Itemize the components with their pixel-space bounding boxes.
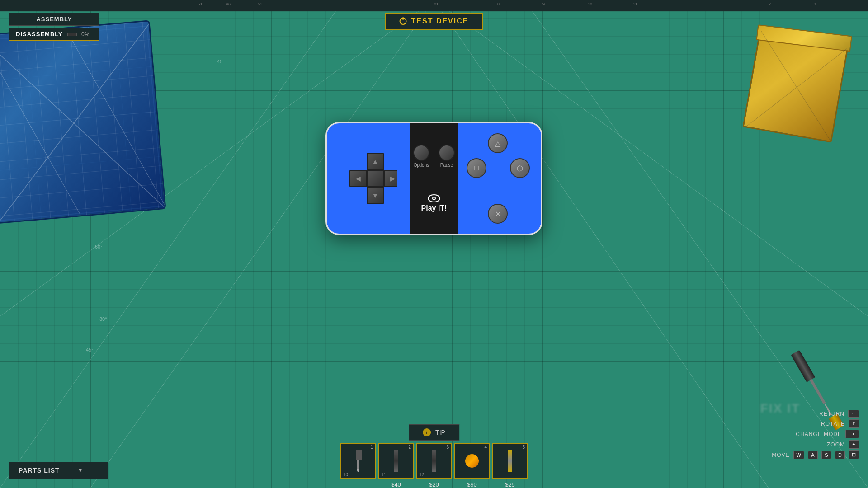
rotate-key: ⇧	[849, 419, 859, 428]
tool-icon-3	[432, 450, 436, 472]
tool-slots: 1 10 2 11 $40 3 12 $20 4 $90 5 $25	[340, 443, 528, 479]
slot-1-count: 10	[343, 472, 348, 477]
move-key-extra: ⊞	[849, 450, 859, 459]
controller-right-panel: △ □ ⬡ ✕	[462, 123, 541, 234]
tip-bar: i TIP	[409, 424, 459, 441]
rotate-control: ROTATE ⇧	[772, 419, 859, 428]
assembly-button[interactable]: ASSEMBLY	[9, 13, 99, 26]
slot-2-number: 2	[408, 445, 411, 450]
svg-line-18	[115, 24, 132, 213]
tool-slot-5[interactable]: 5 $25	[492, 443, 528, 479]
pause-button[interactable]: Pause	[439, 145, 455, 168]
dpad-up[interactable]: ▲	[367, 153, 384, 170]
play-it-label: Play IT!	[421, 204, 447, 212]
tool-slot-1[interactable]: 1 10	[340, 443, 376, 479]
tool-icon-5	[508, 450, 512, 472]
svg-line-9	[0, 21, 165, 222]
controller-center-panel: Options Pause Play IT!	[397, 123, 471, 234]
square-button[interactable]: □	[467, 158, 486, 178]
svg-line-14	[0, 111, 159, 126]
tool-icon-2	[394, 450, 398, 472]
options-button[interactable]: Options	[413, 145, 429, 168]
svg-line-8	[0, 21, 165, 222]
slot-2-price: $40	[391, 481, 401, 488]
ruler-top: // Numbers will be placed via SVG text -…	[0, 0, 868, 11]
tool-slot-3[interactable]: 3 12 $20	[416, 443, 452, 479]
angle-marker-45-top: 45°	[217, 59, 225, 64]
slot-3-count: 12	[419, 472, 424, 477]
parts-list-label: PARTS LIST	[19, 467, 60, 474]
svg-line-16	[25, 32, 42, 221]
tool-slot-2[interactable]: 2 11 $40	[378, 443, 414, 479]
move-key-w: W	[793, 451, 804, 459]
slot-1-number: 1	[370, 445, 373, 450]
parts-list-button[interactable]: PARTS LIST ▼	[9, 462, 108, 479]
tip-icon: i	[423, 428, 431, 436]
screwdriver-icon-1	[356, 450, 360, 472]
tool-slot-4[interactable]: 4 $90	[454, 443, 490, 479]
tip-label: TIP	[435, 429, 445, 436]
slot-3-price: $20	[429, 481, 439, 488]
power-icon	[400, 18, 407, 25]
dpad-center	[367, 170, 384, 187]
svg-line-10	[0, 29, 82, 223]
move-key-s: S	[821, 451, 831, 459]
move-control: MOVE W A S D ⊞	[772, 450, 859, 459]
change-mode-key: ⇥	[845, 430, 859, 438]
dpad: ▲ ◀ ▶ ▼	[349, 153, 401, 204]
return-label: RETURN	[819, 411, 844, 417]
move-label: MOVE	[772, 452, 789, 458]
svg-line-19	[744, 31, 847, 141]
disassembly-row: DISASSEMBLY 0%	[9, 28, 99, 41]
test-device-button[interactable]: TEST DEVICE	[385, 13, 483, 30]
triangle-button[interactable]: △	[488, 133, 508, 153]
dpad-down[interactable]: ▼	[367, 187, 384, 204]
return-control: RETURN ←	[772, 410, 859, 418]
rotate-label: ROTATE	[821, 421, 845, 427]
move-key-d: D	[835, 451, 845, 459]
slot-5-price: $25	[505, 481, 515, 488]
controller-body: ▲ ◀ ▶ ▼	[326, 122, 542, 235]
angle-marker-30: 30°	[99, 316, 107, 322]
return-key: ←	[848, 410, 859, 418]
svg-line-17	[70, 28, 87, 217]
svg-point-23	[433, 197, 435, 199]
test-device-label: TEST DEVICE	[411, 17, 469, 25]
controller-left-panel: ▲ ◀ ▶ ▼	[327, 123, 408, 234]
yellow-box	[742, 29, 849, 142]
svg-line-11	[66, 21, 165, 217]
zoom-label: ZOOM	[827, 441, 845, 448]
progress-percent: 0%	[81, 31, 93, 38]
change-mode-control: CHANGE MODE ⇥	[772, 430, 859, 438]
eye-icon	[428, 194, 440, 202]
hexagon-button[interactable]: ⬡	[510, 158, 530, 178]
blue-crate	[0, 20, 166, 224]
play-it-area: Play IT!	[421, 194, 447, 212]
tool-icon-4	[465, 454, 479, 468]
slot-4-number: 4	[484, 445, 487, 450]
svg-line-13	[0, 66, 155, 81]
zoom-control: ZOOM ✦	[772, 440, 859, 449]
disassembly-label: DISASSEMBLY	[16, 31, 63, 38]
slot-4-price: $90	[467, 481, 477, 488]
dropdown-arrow-icon: ▼	[78, 467, 84, 474]
angle-marker-45-bottom: 45°	[86, 347, 94, 352]
progress-bar	[67, 33, 77, 36]
action-buttons: △ □ ⬡ ✕	[478, 158, 519, 199]
zoom-key: ✦	[849, 440, 859, 449]
change-mode-label: CHANGE MODE	[796, 431, 842, 437]
cross-button[interactable]: ✕	[488, 204, 508, 224]
controller: ▲ ◀ ▶ ▼	[326, 122, 542, 235]
slot-2-count: 11	[381, 472, 386, 477]
slot-3-number: 3	[446, 445, 449, 450]
top-left-panel: ASSEMBLY DISASSEMBLY 0%	[9, 13, 99, 41]
controls-legend: RETURN ← ROTATE ⇧ CHANGE MODE ⇥ ZOOM ✦ M…	[772, 410, 859, 461]
dpad-left[interactable]: ◀	[349, 170, 367, 187]
slot-5-number: 5	[522, 445, 525, 450]
svg-line-3	[434, 0, 769, 488]
move-key-a: A	[808, 451, 818, 459]
angle-marker-60: 60°	[95, 244, 103, 249]
